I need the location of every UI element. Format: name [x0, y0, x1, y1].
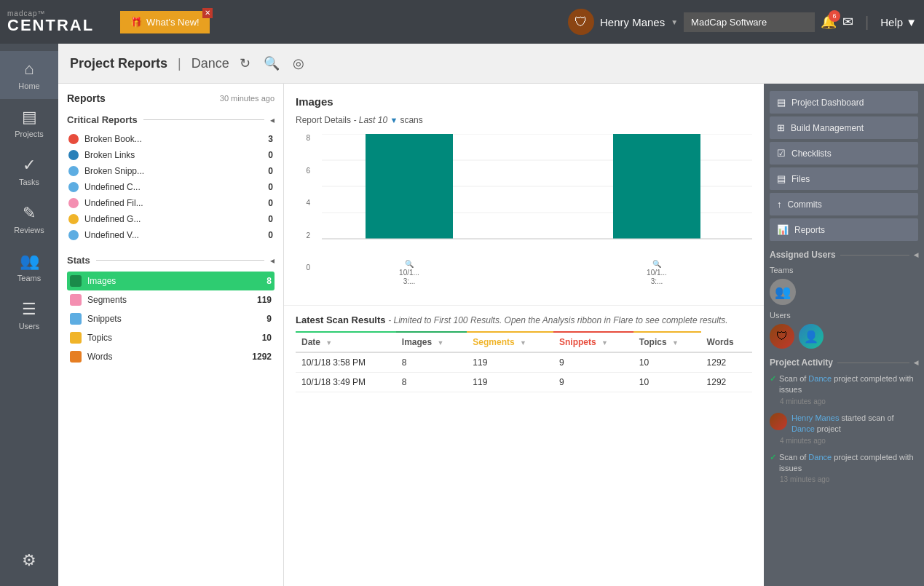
activity-title: Project Activity ◂ [770, 357, 918, 368]
refresh-icon[interactable]: ↻ [237, 52, 253, 74]
help-button[interactable]: Help ▼ [880, 16, 917, 28]
stat-name: Images [87, 276, 261, 286]
stat-item[interactable]: Words 1292 [67, 347, 275, 366]
sidebar-item-reviews[interactable]: ✎ Reviews [0, 195, 58, 243]
henry-link[interactable]: Henry Manes [791, 413, 839, 422]
org-select[interactable]: MadCap Software [684, 12, 815, 32]
main-area: Images Report Details - Last 10 ▼ scans … [284, 84, 764, 586]
right-nav-item[interactable]: ▤ Project Dashboard [770, 91, 918, 114]
bar-1[interactable] [366, 134, 453, 239]
bar-2[interactable] [613, 134, 700, 239]
user-avatar-henry[interactable]: 🛡 [770, 324, 794, 349]
notifications-icon[interactable]: 🔔 6 [821, 14, 837, 30]
activity-time-1: 4 minutes ago [780, 397, 918, 405]
check-icon-3: ✓ [770, 452, 776, 463]
sidebar-item-home[interactable]: ⌂ Home [0, 51, 58, 99]
stat-name: Topics [87, 333, 256, 343]
col-topics[interactable]: Topics ▼ [633, 332, 701, 352]
stat-dot [70, 332, 82, 344]
check-icon-1: ✓ [770, 373, 776, 384]
collapse-button[interactable]: ◂ [270, 115, 275, 125]
right-nav-item[interactable]: 📊 Reports [770, 218, 918, 241]
y-label-6: 6 [306, 167, 310, 175]
stats-collapse-button[interactable]: ◂ [270, 256, 275, 266]
critical-report-item[interactable]: Undefined V... 0 [67, 227, 275, 243]
activity-avatar-henry [770, 413, 787, 430]
scans-dropdown[interactable]: ▼ [390, 116, 400, 124]
report-name: Broken Book... [84, 134, 253, 144]
target-icon[interactable]: ◎ [290, 52, 307, 74]
right-nav-label: Files [791, 174, 810, 184]
critical-report-item[interactable]: Broken Links 0 [67, 147, 275, 163]
teams-avatar[interactable]: 👥 [770, 279, 796, 305]
report-dot [68, 214, 79, 224]
critical-reports-list: Broken Book... 3 Broken Links 0 Broken S… [67, 131, 275, 243]
table-section: Latest Scan Results - Limited to First 1… [284, 306, 764, 586]
stat-dot [70, 294, 82, 306]
close-icon[interactable]: ✕ [202, 8, 213, 18]
col-words[interactable]: Words [701, 332, 752, 352]
project-activity-section: Project Activity ◂ ✓ Scan of Dance proje… [770, 357, 918, 483]
right-nav-item[interactable]: ☑ Checklists [770, 142, 918, 165]
col-date[interactable]: Date ▼ [296, 332, 396, 352]
critical-report-item[interactable]: Undefined Fil... 0 [67, 195, 275, 211]
sidebar-item-teams[interactable]: 👥 Teams [0, 243, 58, 291]
col-snippets[interactable]: Snippets ▼ [553, 332, 633, 352]
activity-line [837, 363, 909, 363]
assigned-users-section: Assigned Users ◂ Teams 👥 Users 🛡 👤 [770, 250, 918, 349]
assigned-users-label: Assigned Users [770, 250, 836, 260]
critical-report-item[interactable]: Broken Snipp... 0 [67, 163, 275, 179]
report-dot [68, 166, 79, 176]
critical-report-item[interactable]: Undefined G... 0 [67, 211, 275, 227]
stat-item[interactable]: Snippets 9 [67, 309, 275, 328]
table-row: 10/1/18 3:58 PM 8 119 9 10 1292 [296, 352, 752, 373]
stat-item[interactable]: Segments 119 [67, 290, 275, 309]
stat-item[interactable]: Topics 10 [67, 328, 275, 347]
dance-link-1[interactable]: Dance [808, 374, 832, 383]
sidebar-item-users[interactable]: ☰ Users [0, 291, 58, 339]
user-dropdown-arrow[interactable]: ▼ [671, 18, 678, 26]
stat-dot [70, 275, 82, 287]
table-body: 10/1/18 3:58 PM 8 119 9 10 1292 10/1/18 … [296, 352, 752, 392]
stat-dot [70, 313, 82, 325]
col-images[interactable]: Images ▼ [396, 332, 467, 352]
stat-item[interactable]: Images 8 [67, 272, 275, 290]
email-icon[interactable]: ✉ [842, 14, 853, 30]
activity-avatar-row: Henry Manes started scan of Dance projec… [770, 413, 918, 435]
home-label: Home [18, 82, 39, 90]
sidebar-item-tasks[interactable]: ✓ Tasks [0, 147, 58, 195]
stat-count: 1292 [252, 352, 272, 362]
report-count: 0 [258, 182, 273, 192]
sidebar-item-settings[interactable]: ⚙ [22, 542, 36, 579]
critical-report-item[interactable]: Undefined C... 0 [67, 179, 275, 195]
cell-segments: 119 [467, 352, 553, 373]
user-avatar-other[interactable]: 👤 [799, 324, 824, 349]
activity-collapse[interactable]: ◂ [914, 357, 918, 368]
activity-item-2: Henry Manes started scan of Dance projec… [770, 413, 918, 445]
report-dot [68, 198, 79, 208]
right-nav-item[interactable]: ⊞ Build Management [770, 116, 918, 139]
projects-label: Projects [15, 130, 44, 138]
right-nav-icon: ▤ [777, 97, 786, 108]
assigned-collapse[interactable]: ◂ [914, 250, 918, 260]
dance-link-2[interactable]: Dance [791, 424, 815, 433]
report-dot [68, 182, 79, 192]
right-nav-item[interactable]: ↑ Commits [770, 193, 918, 215]
cell-segments: 119 [467, 373, 553, 392]
reports-header: Reports 30 minutes ago [67, 92, 275, 104]
table-header-row: Date ▼ Images ▼ Segments ▼ Snippets ▼ To… [296, 332, 752, 352]
critical-report-item[interactable]: Broken Book... 3 [67, 131, 275, 147]
cell-words: 1292 [701, 373, 752, 392]
col-segments[interactable]: Segments ▼ [467, 332, 553, 352]
section-line [143, 119, 264, 120]
dance-link-3[interactable]: Dance [808, 453, 832, 462]
right-nav-item[interactable]: ▤ Files [770, 167, 918, 190]
report-count: 0 [258, 150, 273, 160]
whats-new-button[interactable]: 🎁 What's New! ✕ [120, 11, 210, 33]
right-nav-icon: ⊞ [777, 122, 785, 133]
search-icon[interactable]: 🔍 [261, 52, 283, 74]
activity-text-3: ✓ Scan of Dance project completed with i… [770, 452, 918, 475]
cell-topics: 10 [633, 373, 701, 392]
x-label-1: 🔍10/1...3:... [366, 260, 453, 286]
sidebar-item-projects[interactable]: ▤ Projects [0, 99, 58, 147]
